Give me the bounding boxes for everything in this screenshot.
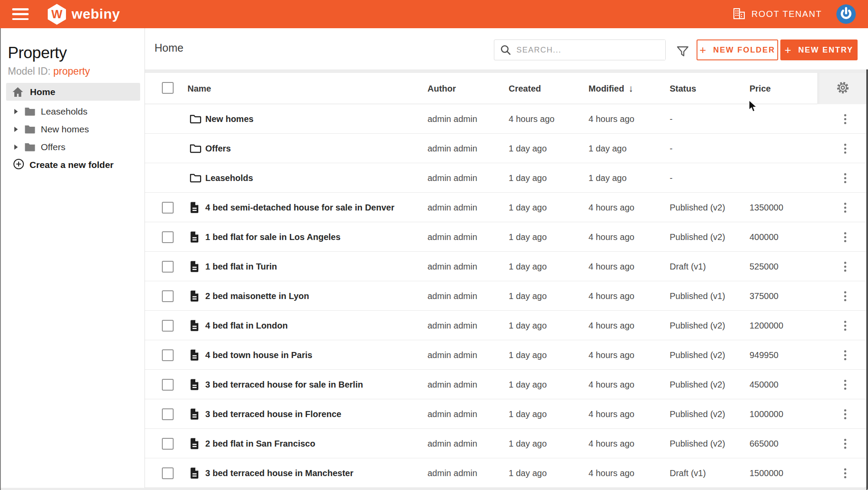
tenant-switcher[interactable]: ROOT TENANT bbox=[733, 0, 822, 28]
row-menu-button[interactable] bbox=[840, 429, 850, 458]
row-checkbox[interactable] bbox=[162, 438, 174, 450]
entry-row[interactable]: 4 bed semi-detached house for sale in De… bbox=[145, 193, 868, 222]
entry-row[interactable]: 4 bed town house in Paris admin admin 1 … bbox=[145, 340, 868, 370]
entry-row[interactable]: 2 bed flat in San Francisco admin admin … bbox=[145, 429, 868, 458]
model-id-value[interactable]: property bbox=[53, 66, 90, 77]
table-body: New homes admin admin 4 hours ago 4 hour… bbox=[145, 104, 868, 488]
column-header-name[interactable]: Name bbox=[187, 73, 211, 104]
file-icon bbox=[190, 222, 200, 252]
row-menu-button[interactable] bbox=[840, 281, 850, 311]
row-checkbox[interactable] bbox=[162, 349, 174, 361]
scrollbar[interactable] bbox=[866, 69, 868, 490]
row-created: 4 hours ago bbox=[509, 104, 555, 134]
row-name[interactable]: 4 bed town house in Paris bbox=[205, 340, 312, 370]
column-header-author[interactable]: Author bbox=[427, 73, 456, 104]
row-name[interactable]: 4 bed semi-detached house for sale in De… bbox=[205, 193, 395, 222]
row-name[interactable]: 2 bed flat in San Francisco bbox=[205, 429, 315, 458]
row-checkbox[interactable] bbox=[162, 408, 174, 420]
row-name[interactable]: 4 bed flat in London bbox=[205, 311, 288, 340]
row-name[interactable]: 3 bed terraced house for sale in Berlin bbox=[205, 370, 363, 399]
entry-row[interactable]: 3 bed terraced house in Florence admin a… bbox=[145, 399, 868, 429]
sidebar-item-home[interactable]: Home bbox=[6, 83, 140, 101]
row-menu-button[interactable] bbox=[840, 458, 850, 488]
folder-row[interactable]: Leaseholds admin admin 1 day ago 1 day a… bbox=[145, 163, 868, 193]
tenant-label: ROOT TENANT bbox=[752, 9, 822, 19]
row-price: 525000 bbox=[750, 252, 779, 281]
row-menu-button[interactable] bbox=[840, 399, 850, 429]
row-created: 1 day ago bbox=[509, 429, 547, 458]
caret-right-icon[interactable] bbox=[14, 109, 18, 114]
row-menu-button[interactable] bbox=[840, 222, 850, 252]
entry-row[interactable]: 1 bed flat in Turin admin admin 1 day ag… bbox=[145, 252, 868, 281]
row-checkbox[interactable] bbox=[162, 261, 174, 273]
row-name[interactable]: 3 bed terraced house in Manchester bbox=[205, 458, 353, 488]
webiny-logo-icon[interactable]: W bbox=[46, 3, 68, 27]
new-entry-button[interactable]: + NEW ENTRY bbox=[780, 39, 858, 60]
row-menu-button[interactable] bbox=[840, 134, 850, 163]
row-name[interactable]: Offers bbox=[205, 134, 231, 163]
model-id: Model ID: property bbox=[8, 66, 90, 77]
row-checkbox[interactable] bbox=[162, 231, 174, 243]
column-header-created[interactable]: Created bbox=[509, 73, 541, 104]
sidebar-folder-new-homes[interactable]: New homes bbox=[0, 120, 145, 138]
search-input[interactable] bbox=[516, 40, 665, 60]
entry-row[interactable]: 1 bed flat for sale in Los Angeles admin… bbox=[145, 222, 868, 252]
row-menu-button[interactable] bbox=[840, 340, 850, 370]
sidebar-folder-leaseholds[interactable]: Leaseholds bbox=[0, 102, 145, 120]
caret-right-icon[interactable] bbox=[14, 127, 18, 132]
row-author: admin admin bbox=[427, 370, 477, 399]
row-menu-button[interactable] bbox=[840, 193, 850, 222]
row-menu-button[interactable] bbox=[840, 104, 850, 134]
column-header-modified[interactable]: Modified ↓ bbox=[589, 73, 633, 104]
sidebar-folder-offers[interactable]: Offers bbox=[0, 138, 145, 156]
row-name[interactable]: 1 bed flat for sale in Los Angeles bbox=[205, 222, 341, 252]
row-name[interactable]: 3 bed terraced house in Florence bbox=[205, 399, 341, 429]
row-menu-button[interactable] bbox=[840, 163, 850, 193]
row-modified: 4 hours ago bbox=[589, 252, 635, 281]
row-name[interactable]: New homes bbox=[205, 104, 253, 134]
row-status: Published (v2) bbox=[670, 311, 725, 340]
row-status: Published (v2) bbox=[670, 370, 725, 399]
entry-row[interactable]: 2 bed maisonette in Lyon admin admin 1 d… bbox=[145, 281, 868, 311]
sort-desc-icon: ↓ bbox=[628, 83, 633, 94]
toolbar-table-divider bbox=[145, 69, 868, 73]
row-status: Draft (v1) bbox=[670, 458, 706, 488]
row-author: admin admin bbox=[427, 163, 477, 193]
row-name[interactable]: 2 bed maisonette in Lyon bbox=[205, 281, 309, 311]
row-menu-button[interactable] bbox=[840, 252, 850, 281]
entry-row[interactable]: 4 bed flat in London admin admin 1 day a… bbox=[145, 311, 868, 340]
new-folder-button[interactable]: + NEW FOLDER bbox=[697, 39, 778, 60]
row-checkbox[interactable] bbox=[162, 202, 174, 214]
row-created: 1 day ago bbox=[509, 458, 547, 488]
gear-icon[interactable] bbox=[835, 80, 850, 97]
row-author: admin admin bbox=[427, 311, 477, 340]
row-checkbox[interactable] bbox=[162, 320, 174, 332]
row-status: Published (v1) bbox=[670, 281, 725, 311]
row-menu-button[interactable] bbox=[840, 311, 850, 340]
circle-plus-icon bbox=[13, 158, 24, 171]
row-menu-button[interactable] bbox=[840, 370, 850, 399]
column-header-status[interactable]: Status bbox=[670, 73, 696, 104]
folder-icon bbox=[190, 104, 201, 134]
create-folder-button[interactable]: Create a new folder bbox=[13, 158, 114, 171]
file-icon bbox=[190, 252, 200, 281]
row-price: 665000 bbox=[750, 429, 779, 458]
entry-row[interactable]: 3 bed terraced house for sale in Berlin … bbox=[145, 370, 868, 399]
entry-row[interactable]: 3 bed terraced house in Manchester admin… bbox=[145, 458, 868, 488]
hamburger-menu-icon[interactable] bbox=[12, 8, 29, 20]
caret-right-icon[interactable] bbox=[14, 145, 18, 150]
model-title: Property bbox=[8, 44, 67, 62]
row-checkbox[interactable] bbox=[162, 290, 174, 302]
column-header-price[interactable]: Price bbox=[750, 73, 771, 104]
user-avatar[interactable] bbox=[836, 4, 856, 24]
select-all-checkbox[interactable] bbox=[162, 82, 174, 94]
filter-icon[interactable] bbox=[676, 46, 689, 59]
row-name[interactable]: Leaseholds bbox=[205, 163, 253, 193]
row-checkbox[interactable] bbox=[162, 379, 174, 391]
row-author: admin admin bbox=[427, 458, 477, 488]
row-checkbox[interactable] bbox=[162, 467, 174, 479]
folder-row[interactable]: Offers admin admin 1 day ago 1 day ago - bbox=[145, 134, 868, 163]
folder-row[interactable]: New homes admin admin 4 hours ago 4 hour… bbox=[145, 104, 868, 134]
row-name[interactable]: 1 bed flat in Turin bbox=[205, 252, 277, 281]
svg-text:W: W bbox=[51, 8, 62, 21]
